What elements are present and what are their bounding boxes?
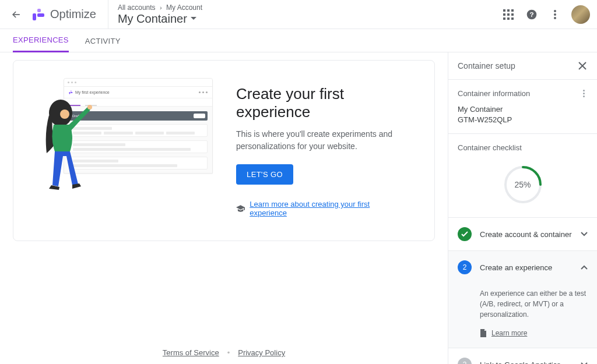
step-number-badge: 2 [458,260,472,274]
main-content: My first experience Draft [0,52,448,364]
lets-go-button[interactable]: LET'S GO [236,164,293,185]
checklist-item-header[interactable]: 2 Create an experience [458,260,588,274]
breadcrumb-area: All accounts › My Account My Container [108,0,202,29]
svg-rect-17 [71,91,72,92]
chevron-right-icon: › [160,4,162,11]
container-name-value: My Container [458,105,588,114]
svg-rect-10 [507,17,510,20]
more-button[interactable] [548,8,562,22]
tos-link[interactable]: Terms of Service [163,348,219,357]
container-selector[interactable]: My Container [118,12,202,26]
svg-text:?: ? [529,10,533,18]
checklist-label: Container checklist [458,143,522,152]
app-header: Optimize All accounts › My Account My Co… [0,0,597,29]
svg-rect-11 [511,17,514,20]
checklist-item-create-experience: 2 Create an experience An experience can… [448,251,597,348]
more-vert-icon [583,90,585,97]
arrow-left-icon [10,9,22,20]
container-info-more-button[interactable] [580,90,588,98]
tab-activity[interactable]: ACTIVITY [85,29,121,52]
svg-rect-5 [511,9,514,12]
svg-point-23 [583,90,585,91]
container-name: My Container [118,12,187,26]
caret-down-icon [191,17,196,20]
graduation-cap-icon [236,205,245,212]
breadcrumb-my-account[interactable]: My Account [166,3,202,12]
svg-rect-0 [37,9,41,12]
help-button[interactable]: ? [525,8,539,22]
chevron-up-icon [581,265,588,270]
checklist-item-title: Create account & container [480,230,573,239]
card-title: Create your first experience [236,85,402,121]
step-number-badge: 3 [458,358,472,364]
checklist-item-title: Create an experience [480,263,573,272]
container-info-label: Container information [458,89,530,98]
brand-name: Optimize [50,8,96,21]
svg-rect-8 [511,13,514,16]
illustration: My first experience Draft [41,82,216,186]
svg-rect-19 [71,92,73,93]
learn-more-link[interactable]: Learn more about creating your first exp… [250,200,402,217]
apps-grid-icon [503,9,514,20]
document-icon [480,329,487,337]
svg-point-14 [554,10,556,12]
svg-point-15 [554,13,556,16]
breadcrumb: All accounts › My Account [118,3,202,12]
svg-point-21 [60,109,69,119]
apps-button[interactable] [501,8,515,22]
svg-point-25 [583,96,585,97]
tab-bar: EXPERIENCES ACTIVITY [0,29,597,52]
svg-rect-1 [33,13,36,20]
checklist-item-title: Link to Google Analytics [480,361,573,365]
back-button[interactable] [9,8,23,22]
close-icon [578,62,587,70]
breadcrumb-all-accounts[interactable]: All accounts [118,3,156,12]
svg-rect-9 [503,17,505,20]
svg-rect-7 [507,13,510,16]
brand: Optimize [31,0,108,29]
checklist-item-create-account[interactable]: Create account & container [448,218,597,251]
header-actions: ? [501,5,590,24]
svg-point-16 [554,17,556,19]
svg-rect-6 [503,13,505,16]
sidepanel-title: Container setup [458,61,515,70]
svg-rect-18 [69,92,71,94]
progress-ring: 25% [503,165,543,204]
container-info-section: Container information My Container GTM-W… [448,80,597,134]
privacy-link[interactable]: Privacy Policy [238,348,285,357]
svg-point-22 [87,105,92,109]
card-description: This is where you'll create experiments … [236,128,402,153]
check-done-icon [458,227,472,241]
footer: Terms of Service • Privacy Policy [0,348,448,357]
svg-rect-3 [503,9,505,12]
progress-text: 25% [503,165,543,204]
user-avatar[interactable] [571,5,590,24]
more-vert-icon [554,10,556,19]
svg-point-24 [583,93,585,94]
checklist-item-link-analytics[interactable]: 3 Link to Google Analytics [448,348,597,364]
svg-rect-2 [37,13,44,17]
optimize-logo-icon [31,8,45,22]
person-illustration-icon [38,98,96,191]
side-panel: Container setup Container information My… [448,52,597,364]
checklist-section: Container checklist 25% [448,134,597,218]
help-icon: ? [526,9,538,20]
checklist-item-body: An experience can either be a test (A/B,… [480,288,588,320]
close-sidepanel-button[interactable] [577,61,588,71]
svg-rect-4 [507,9,510,12]
learn-more-link[interactable]: Learn more [491,328,527,338]
onboarding-card: My first experience Draft [13,60,435,241]
container-id-value: GTM-W252QLP [458,115,588,124]
chevron-down-icon [581,232,588,236]
tab-experiences[interactable]: EXPERIENCES [13,29,69,52]
